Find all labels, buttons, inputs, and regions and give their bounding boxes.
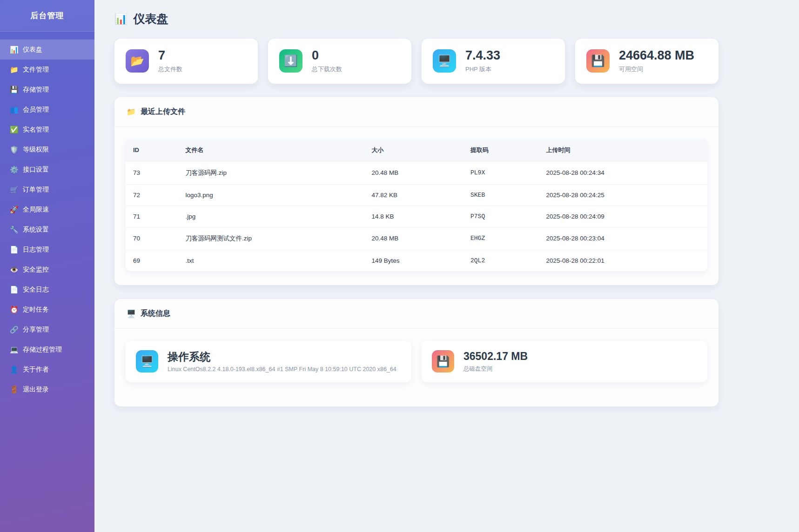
column-header: 上传时间 — [539, 139, 708, 162]
monitor-icon: 🖥️ — [136, 350, 158, 372]
table-cell: 2025-08-28 00:24:09 — [539, 206, 708, 227]
sidebar: 后台管理 📊 仪表盘 📁 文件管理 💾 存储管理 👥 会员管理 ✅ 实名管理 🛡… — [0, 0, 94, 532]
scheduled-tasks-icon: ⏰ — [10, 306, 18, 314]
sidebar-item-api-settings[interactable]: ⚙️ 接口设置 — [0, 160, 94, 180]
table-cell: P7SQ — [463, 206, 539, 227]
sidebar-item-security-monitor[interactable]: 👁️ 安全监控 — [0, 259, 94, 279]
security-log-icon: 📄 — [10, 286, 18, 294]
stat-value: 7.4.33 — [465, 49, 500, 63]
table-cell: .txt — [178, 250, 364, 271]
sidebar-item-dashboard[interactable]: 📊 仪表盘 — [0, 40, 94, 60]
section-title: 最近上传文件 — [141, 107, 185, 117]
level-permission-icon: 🛡️ — [10, 146, 18, 154]
table-cell: 47.82 KB — [364, 184, 463, 206]
about-author-icon: 👤 — [10, 366, 18, 374]
table-cell: 2025-08-28 00:24:25 — [539, 184, 708, 206]
api-settings-icon: ⚙️ — [10, 166, 18, 174]
table-cell: 2025-08-28 00:23:04 — [539, 227, 708, 250]
table-cell: 2025-08-28 00:24:34 — [539, 161, 708, 184]
logout-icon: 🚪 — [10, 386, 18, 394]
sidebar-item-member-management[interactable]: 👥 会员管理 — [0, 100, 94, 120]
sidebar-item-label: 全局限速 — [23, 206, 49, 214]
log-management-icon: 📄 — [10, 246, 18, 254]
sidebar-item-label: 系统设置 — [23, 226, 49, 234]
sidebar-item-system-settings[interactable]: 🔧 系统设置 — [0, 219, 94, 239]
sidebar-item-label: 实名管理 — [23, 126, 49, 134]
system-info-header: 🖥️ 系统信息 — [114, 299, 718, 329]
sidebar-item-storage-management[interactable]: 💾 存储管理 — [0, 80, 94, 100]
main-content: 📊 仪表盘 📂 7 总文件数 ⬇️ 0 总下载次数 🖥️ — [94, 0, 799, 532]
stat-value: 24664.88 MB — [619, 49, 694, 63]
sidebar-item-label: 仪表盘 — [23, 46, 42, 54]
floppy-disk-icon: 💾 — [586, 49, 610, 73]
sidebar-item-realname-management[interactable]: ✅ 实名管理 — [0, 120, 94, 140]
stat-value: 0 — [312, 49, 342, 63]
table-row: 70刀客源码网测试文件.zip20.48 MBEHGZ2025-08-28 00… — [126, 227, 707, 250]
stat-label: 总文件数 — [158, 65, 182, 73]
stat-card-total-files: 📂 7 总文件数 — [114, 39, 258, 84]
order-management-icon: 🛒 — [10, 186, 18, 194]
os-title: 操作系统 — [168, 351, 396, 363]
sidebar-item-label: 分享管理 — [23, 326, 49, 334]
sidebar-item-label: 存储管理 — [23, 86, 49, 94]
column-header: 提取码 — [463, 139, 539, 162]
sidebar-item-share-management[interactable]: 🔗 分享管理 — [0, 319, 94, 339]
stat-value: 7 — [158, 49, 182, 63]
system-settings-icon: 🔧 — [10, 226, 18, 234]
table-row: 71.jpg14.8 KBP7SQ2025-08-28 00:24:09 — [126, 206, 707, 227]
floppy-disk-icon: 💾 — [432, 350, 454, 372]
download-icon: ⬇️ — [279, 49, 302, 73]
sidebar-item-label: 安全监控 — [23, 266, 49, 274]
sidebar-item-file-management[interactable]: 📁 文件管理 — [0, 60, 94, 80]
section-title: 系统信息 — [141, 309, 170, 319]
recent-uploads-header: 📁 最近上传文件 — [114, 97, 718, 127]
table-cell: .jpg — [178, 206, 364, 227]
stat-card-total-downloads: ⬇️ 0 总下载次数 — [268, 39, 411, 84]
sidebar-item-label: 关于作者 — [23, 366, 49, 374]
table-cell: logo3.png — [178, 184, 364, 206]
sidebar-item-label: 存储过程管理 — [23, 346, 62, 354]
security-monitor-icon: 👁️ — [10, 266, 18, 274]
sidebar-item-label: 退出登录 — [23, 386, 49, 394]
monitor-icon: 🖥️ — [433, 49, 456, 73]
folder-icon: 📂 — [126, 49, 149, 73]
storage-management-icon: 💾 — [10, 86, 18, 94]
table-cell: PL9X — [463, 161, 539, 184]
sidebar-item-level-permission[interactable]: 🛡️ 等级权限 — [0, 140, 94, 160]
global-rate-limit-icon: 🚀 — [10, 206, 18, 214]
sidebar-item-order-management[interactable]: 🛒 订单管理 — [0, 180, 94, 200]
stored-procedure-icon: 💻 — [10, 346, 18, 354]
dashboard-icon: 📊 — [114, 13, 127, 25]
sidebar-item-label: 日志管理 — [23, 246, 49, 254]
sidebar-item-label: 文件管理 — [23, 66, 49, 74]
sidebar-item-about-author[interactable]: 👤 关于作者 — [0, 359, 94, 379]
sidebar-item-security-log[interactable]: 📄 安全日志 — [0, 279, 94, 299]
monitor-icon: 🖥️ — [127, 309, 136, 318]
sidebar-item-log-management[interactable]: 📄 日志管理 — [0, 239, 94, 259]
column-header: 大小 — [364, 139, 463, 162]
table-cell: 72 — [126, 184, 178, 206]
sidebar-item-scheduled-tasks[interactable]: ⏰ 定时任务 — [0, 299, 94, 319]
stat-label: 可用空间 — [619, 65, 694, 73]
table-cell: 149 Bytes — [364, 250, 463, 271]
file-management-icon: 📁 — [10, 66, 18, 74]
os-description: Linux CentOs8.2.2 4.18.0-193.el8.x86_64 … — [168, 366, 396, 372]
realname-management-icon: ✅ — [10, 126, 18, 134]
sidebar-item-stored-procedure[interactable]: 💻 存储过程管理 — [0, 339, 94, 359]
table-cell: 71 — [126, 206, 178, 227]
sidebar-item-logout[interactable]: 🚪 退出登录 — [0, 379, 94, 399]
app-title: 后台管理 — [0, 0, 94, 32]
table-cell: SKEB — [463, 184, 539, 206]
system-info-section: 🖥️ 系统信息 🖥️ 操作系统 Linux CentOs8.2.2 4.18.0… — [114, 299, 718, 406]
table-header-row: ID文件名大小提取码上传时间 — [126, 139, 707, 162]
column-header: ID — [126, 139, 178, 162]
disk-info-card: 💾 36502.17 MB 总磁盘空间 — [422, 341, 707, 382]
table-row: 72logo3.png47.82 KBSKEB2025-08-28 00:24:… — [126, 184, 707, 206]
sidebar-item-global-rate-limit[interactable]: 🚀 全局限速 — [0, 200, 94, 219]
table-row: 69.txt149 Bytes2QL22025-08-28 00:22:01 — [126, 250, 707, 271]
column-header: 文件名 — [178, 139, 364, 162]
dashboard-icon: 📊 — [10, 46, 18, 54]
stat-card-free-space: 💾 24664.88 MB 可用空间 — [575, 39, 718, 84]
sidebar-item-label: 定时任务 — [23, 306, 49, 314]
table-cell: 2QL2 — [463, 250, 539, 271]
